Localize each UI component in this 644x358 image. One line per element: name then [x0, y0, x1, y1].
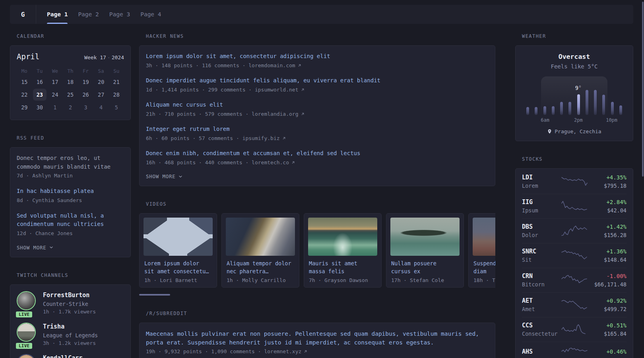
stock-change: +4.35% — [588, 173, 627, 181]
avatar — [17, 323, 36, 342]
stock-row[interactable]: DBSDolor +1.42%$156.28 — [522, 218, 627, 243]
subreddit-card: Maecenas mollis pulvinar erat non posuer… — [139, 323, 495, 358]
video-title[interactable]: Nullam posuere cursus ex — [391, 259, 458, 275]
video-card[interactable]: Aliquam tempor dolor nec pharetra… 1h · … — [221, 213, 299, 288]
rss-item: Donec tempor eros leo, ut commodo mauris… — [17, 154, 124, 179]
calendar-day-next-month: 3 — [78, 101, 93, 113]
tab-page-3[interactable]: Page 3 — [104, 5, 135, 24]
hackernews-item-title[interactable]: Integer eget rutrum lorem — [146, 125, 489, 133]
calendar-year: 2024 — [112, 54, 124, 60]
hour-label: 6am — [541, 117, 549, 123]
calendar-day-next-month: 4 — [93, 101, 109, 113]
video-card[interactable]: Nullam posuere cursus ex 17h · Stefan Co… — [386, 213, 464, 288]
weather-section-header: WEATHER — [522, 33, 633, 39]
stock-name: Sit — [522, 256, 561, 263]
rss-item-title[interactable]: Donec tempor eros leo, ut commodo mauris… — [17, 154, 124, 171]
twitch-channel-row[interactable]: LIVE ForrestBurton Counter-Strike 1h · 1… — [17, 291, 124, 315]
video-title[interactable]: Lorem ipsum dolor sit amet consectetu… — [144, 259, 211, 275]
hackernews-item-title[interactable]: Donec imperdiet augue tincidunt felis al… — [146, 76, 489, 85]
stock-ticker: DBS — [522, 223, 561, 231]
hackernews-item: Donec imperdiet augue tincidunt felis al… — [146, 76, 489, 93]
video-title[interactable]: Suspendisse porta diam — [473, 259, 495, 275]
twitch-channel-name[interactable]: KendallCarr — [43, 354, 82, 358]
video-thumbnail[interactable] — [226, 218, 295, 256]
stock-row[interactable]: CRNBitcorn -1.00%$66,171.48 — [522, 268, 627, 292]
video-title[interactable]: Mauris sit amet massa felis — [309, 259, 376, 275]
calendar-day-next-month: 1 — [47, 101, 63, 113]
stock-price: $499.72 — [588, 305, 627, 313]
twitch-viewers: 3h · 1.2k viewers — [43, 340, 98, 347]
weather-bar — [526, 107, 529, 115]
calendar-card: April Week 17·2024 Mo Tu We Th Fr Sa Su … — [10, 45, 131, 120]
stock-change: -1.00% — [588, 272, 627, 280]
video-thumbnail[interactable] — [308, 218, 377, 256]
hackernews-card: Lorem ipsum dolor sit amet, consectetur … — [139, 45, 495, 186]
video-title[interactable]: Aliquam tempor dolor nec pharetra… — [227, 259, 293, 275]
rss-item-title[interactable]: In hac habitasse platea — [17, 187, 124, 196]
page-scrollbar[interactable] — [642, 2, 644, 177]
stock-row[interactable]: CCSConsectetur +0.51%$165.84 — [522, 317, 627, 342]
show-more-label: SHOW MORE — [17, 245, 46, 251]
twitch-section-header: TWITCH CHANNELS — [17, 272, 131, 278]
stock-change: +0.92% — [588, 297, 627, 305]
hackernews-item-title[interactable]: Donec enim nibh, condimentum et accumsan… — [146, 149, 489, 158]
carousel-scroll-indicator[interactable] — [139, 294, 170, 296]
stock-sparkline — [561, 323, 588, 335]
twitch-channel-row[interactable]: LIVE Trisha League of Legends 3h · 1.2k … — [17, 323, 124, 347]
subreddit-widget: /R/SUBREDDIT Maecenas mollis pulvinar er… — [139, 311, 495, 358]
hackernews-show-more-button[interactable]: SHOW MORE — [146, 173, 489, 179]
hackernews-item-meta: 21h · 710 points · 579 comments · loreml… — [146, 110, 299, 118]
stock-change: +1.42% — [588, 223, 627, 231]
video-thumbnail[interactable] — [144, 218, 213, 256]
hackernews-item-title[interactable]: Lorem ipsum dolor sit amet, consectetur … — [146, 52, 489, 60]
rss-item-title[interactable]: Sed volutpat nulla nisl, a condimentum n… — [17, 212, 124, 229]
calendar-day: 19 — [78, 76, 93, 88]
stock-ticker: IIG — [522, 198, 561, 206]
chevron-down-icon — [178, 174, 183, 179]
rss-card: Donec tempor eros leo, ut commodo mauris… — [10, 147, 131, 257]
stock-row[interactable]: IIGIpsum +2.84%$42.04 — [522, 194, 627, 218]
stock-ticker: AET — [522, 297, 561, 305]
twitch-channel-name[interactable]: Trisha — [43, 323, 98, 331]
video-card[interactable]: Mauris sit amet massa felis 7h · Grayson… — [304, 213, 382, 288]
stock-row[interactable]: AETAmet +0.92%$499.72 — [522, 292, 627, 317]
stock-name: Bitcorn — [522, 281, 561, 288]
video-thumbnail[interactable] — [390, 218, 460, 256]
hackernews-item-meta: 6h · 60 points · 57 comments · ipsumify.… — [146, 134, 280, 142]
rss-show-more-button[interactable]: SHOW MORE — [17, 245, 124, 251]
tab-page-4[interactable]: Page 4 — [135, 5, 166, 24]
twitch-channel-row[interactable]: KendallCarr — [17, 354, 124, 358]
hackernews-item-title[interactable]: Aliquam nec cursus elit — [146, 101, 489, 109]
video-thumbnail[interactable] — [473, 218, 495, 256]
stock-row[interactable]: SNRCSit +1.36%$148.64 — [522, 243, 627, 268]
twitch-channel-name[interactable]: ForrestBurton — [43, 291, 96, 299]
calendar-day-selected: 23 — [32, 89, 48, 101]
hackernews-item-meta: 16h · 468 points · 440 comments · loremt… — [146, 159, 289, 166]
app-logo[interactable]: G — [10, 5, 36, 24]
live-badge: LIVE — [15, 342, 33, 350]
video-card[interactable]: Suspendisse porta diam 18h · Tara — [468, 213, 495, 288]
stock-ticker: SNRC — [522, 247, 561, 255]
video-meta: 1h · Molly Carrillo — [227, 277, 294, 283]
weather-bar — [568, 102, 571, 115]
hackernews-item: Integer eget rutrum lorem 6h · 60 points… — [146, 125, 489, 142]
weekday-label: Sa — [93, 66, 109, 75]
subreddit-post-title[interactable]: Maecenas mollis pulvinar erat non posuer… — [146, 329, 489, 347]
calendar-grid: Mo Tu We Th Fr Sa Su 15 16 17 18 19 20 2… — [17, 66, 124, 113]
stock-row[interactable]: LDILorem +4.35%$795.18 — [522, 169, 627, 194]
page-tabs: Page 1 Page 2 Page 3 Page 4 — [42, 5, 167, 24]
tab-page-2[interactable]: Page 2 — [73, 5, 104, 24]
stock-row[interactable]: AHS +0.46% — [522, 342, 627, 358]
videos-carousel: Lorem ipsum dolor sit amet consectetu… 1… — [139, 213, 495, 288]
tab-page-1[interactable]: Page 1 — [42, 5, 73, 24]
weather-bar — [619, 105, 622, 115]
stock-change: +0.46% — [588, 348, 627, 356]
weekday-label: Su — [109, 66, 124, 75]
stock-sparkline — [561, 299, 588, 311]
twitch-card: LIVE ForrestBurton Counter-Strike 1h · 1… — [10, 284, 131, 358]
video-card[interactable]: Lorem ipsum dolor sit amet consectetu… 1… — [139, 213, 217, 288]
weather-bar — [552, 106, 555, 115]
rss-section-header: RSS FEED — [17, 135, 131, 141]
calendar-week-year: Week 17·2024 — [84, 54, 124, 60]
calendar-day: 27 — [93, 89, 109, 101]
